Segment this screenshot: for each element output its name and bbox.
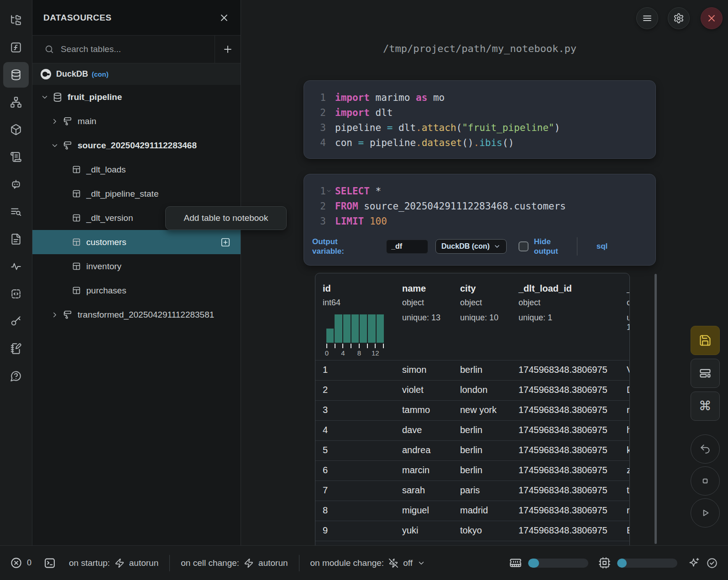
chevron-down-icon — [51, 141, 59, 150]
database-icon — [52, 92, 63, 102]
command-palette-button[interactable]: ⌘ — [691, 392, 720, 421]
table-icon — [72, 213, 81, 223]
tree-item-transformed-schema[interactable]: transformed_202504291112283581 — [32, 303, 241, 327]
play-icon — [699, 507, 711, 519]
sql-cell[interactable]: 1SELECT * 2FROM source_20250429111228346… — [304, 174, 656, 266]
tree-item-purchases[interactable]: purchases — [32, 278, 241, 303]
app-layout-button[interactable] — [691, 359, 720, 388]
tree-item-main[interactable]: main — [32, 109, 241, 133]
output-variable-input[interactable] — [386, 240, 428, 254]
rail-datasources-button[interactable] — [3, 62, 29, 88]
column-header-name[interactable]: name object unique: 13 — [402, 283, 440, 323]
query-result-table[interactable]: id int64 04812 name object unique: 13 ci… — [315, 273, 630, 545]
on-module-change-setting[interactable]: on module change: off — [310, 558, 425, 568]
undo-icon — [699, 443, 711, 455]
table-row[interactable]: 2violetlondon1745968348.3806975D — [315, 380, 629, 400]
undo-button[interactable] — [691, 434, 720, 464]
tree-item-inventory[interactable]: inventory — [32, 254, 241, 278]
rail-secrets-button[interactable] — [3, 308, 29, 334]
cpu-usage-meter — [617, 559, 677, 568]
language-badge: sql — [597, 242, 608, 251]
table-row[interactable]: 1simonberlin1745968348.3806975V — [315, 360, 629, 380]
terminal-button[interactable] — [43, 557, 56, 570]
close-panel-button[interactable] — [219, 12, 230, 23]
rail-dependencies-button[interactable] — [3, 89, 29, 115]
rail-scratchpad-code-button[interactable] — [3, 281, 29, 307]
code-line: LIMIT 100 — [335, 216, 387, 227]
rail-packages-button[interactable] — [3, 117, 29, 142]
add-datasource-button[interactable] — [215, 36, 241, 63]
add-table-to-notebook-button[interactable] — [220, 237, 230, 247]
output-variable-label: Output variable: — [312, 237, 351, 256]
python-cell[interactable]: 1import marimo as mo 2import dlt 3pipeli… — [304, 80, 656, 159]
rail-snippets-button[interactable] — [3, 226, 29, 252]
stop-button[interactable] — [691, 466, 720, 496]
ram-usage-meter — [528, 559, 588, 568]
rail-file-tree-button[interactable] — [3, 7, 29, 33]
package-icon — [10, 124, 22, 136]
column-header-city[interactable]: city object unique: 10 — [460, 283, 498, 323]
chevron-down-icon — [493, 243, 501, 250]
shutdown-button[interactable] — [701, 7, 723, 29]
tree-item-dlt-pipeline-state[interactable]: _dlt_pipeline_state — [32, 182, 241, 206]
divider — [169, 555, 170, 571]
save-button[interactable] — [691, 326, 720, 355]
on-cell-change-setting[interactable]: on cell change: autorun — [181, 558, 288, 568]
terminal-icon — [43, 557, 56, 570]
database-icon — [10, 69, 22, 81]
connection-row-duckdb[interactable]: DuckDB (con) — [32, 63, 241, 85]
function-square-icon — [10, 42, 22, 53]
table-row[interactable] — [315, 541, 629, 545]
output-scrollbar[interactable] — [655, 274, 657, 544]
table-row[interactable]: 6marcinberlin1745968348.3806975z — [315, 460, 629, 481]
settings-button[interactable] — [668, 7, 690, 29]
table-row[interactable]: 5andreaberlin1745968348.3806975k — [315, 440, 629, 460]
hide-output-checkbox[interactable] — [519, 241, 529, 251]
list-search-icon — [10, 206, 22, 218]
code-line: import dlt — [335, 107, 393, 118]
table-row[interactable]: 3tammonew york1745968348.3806975r — [315, 400, 629, 420]
column-header-dlt-id[interactable]: _dlt_id object unique: 13 — [627, 283, 630, 332]
rail-logs-button[interactable] — [3, 144, 29, 170]
column-header-dlt-load-id[interactable]: _dlt_load_id object unique: 1 — [519, 283, 572, 323]
search-row — [32, 36, 241, 63]
rail-outline-search-button[interactable] — [3, 199, 29, 225]
zap-off-icon — [388, 558, 398, 568]
table-row[interactable]: 4daveberlin1745968348.3806975h — [315, 420, 629, 440]
on-startup-setting[interactable]: on startup: autorun — [69, 558, 158, 568]
layout-icon — [699, 367, 712, 380]
table-row[interactable]: 7sarahparis1745968348.3806975t — [315, 481, 629, 501]
column-header-id[interactable]: id int64 — [323, 283, 340, 308]
table-icon — [72, 165, 81, 174]
menu-button[interactable] — [636, 7, 658, 29]
error-indicator[interactable]: 0 — [10, 557, 31, 569]
tree-item-fruit-pipeline[interactable]: fruit_pipeline — [32, 85, 241, 109]
rail-variables-button[interactable] — [3, 35, 29, 60]
rail-ai-chat-button[interactable] — [3, 172, 29, 197]
tree-item-customers[interactable]: customers — [32, 230, 241, 254]
divider — [299, 555, 299, 571]
search-icon — [44, 44, 54, 54]
search-input[interactable] — [61, 36, 215, 63]
table-icon — [72, 237, 81, 247]
fold-chevron-icon[interactable] — [326, 188, 335, 194]
connection-status-button[interactable] — [706, 557, 718, 569]
rail-help-button[interactable] — [3, 363, 29, 389]
activity-icon — [10, 261, 22, 272]
tree-item-source-schema[interactable]: source_202504291112283468 — [32, 133, 241, 157]
bot-chat-icon — [10, 178, 22, 190]
rail-tracing-button[interactable] — [3, 254, 29, 279]
chevron-down-icon — [417, 559, 425, 567]
tree-item-dlt-loads[interactable]: _dlt_loads — [32, 157, 241, 182]
zap-icon — [244, 558, 254, 568]
plus-square-icon — [220, 237, 230, 247]
table-row[interactable]: 9yukitokyo1745968348.3806975E — [315, 521, 629, 541]
run-button[interactable] — [691, 498, 720, 528]
engine-select[interactable]: DuckDB (con) — [435, 239, 507, 254]
table-row[interactable]: 8miguelmadrid1745968348.3806975r — [315, 501, 629, 521]
ai-assist-button[interactable] — [688, 557, 700, 569]
file-text-icon — [10, 233, 22, 245]
close-icon — [706, 13, 717, 24]
rail-notebook-pen-button[interactable] — [3, 336, 29, 361]
notebook-pen-icon — [10, 343, 22, 355]
